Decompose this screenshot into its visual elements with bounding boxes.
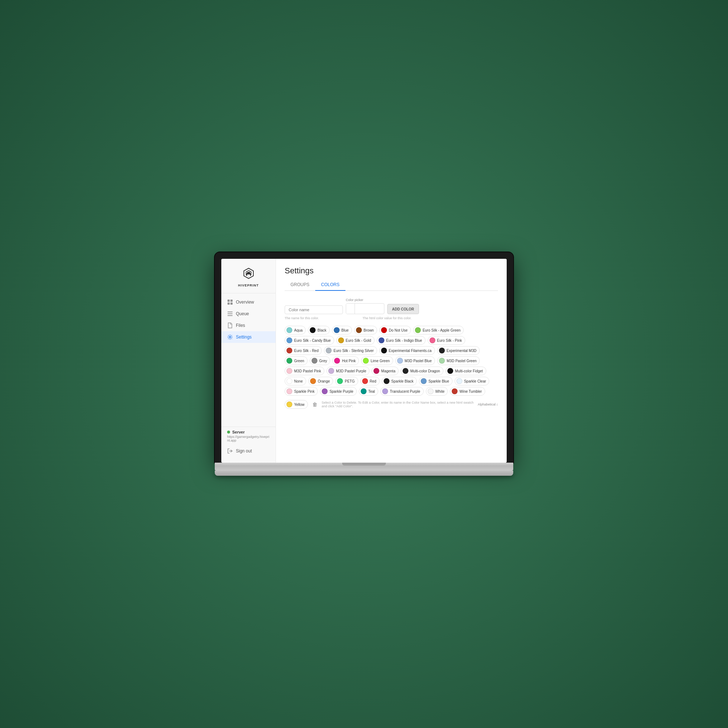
color-chip[interactable]: Green	[284, 356, 307, 365]
color-chip[interactable]: White	[426, 387, 448, 396]
color-chip[interactable]: Red	[360, 377, 380, 385]
color-dot	[402, 368, 408, 374]
add-color-button[interactable]: ADD COLOR	[387, 304, 419, 314]
sidebar-item-files[interactable]: Files	[221, 320, 275, 331]
tab-groups[interactable]: GROUPS	[284, 280, 315, 291]
color-chip[interactable]: Blue	[332, 326, 352, 335]
color-dot	[286, 358, 292, 364]
color-chip[interactable]: Experimental M3D	[437, 346, 480, 355]
sidebar-item-overview[interactable]: Overview	[221, 296, 275, 308]
color-chip[interactable]: Euro Silk - Red	[284, 346, 322, 355]
color-chip[interactable]: Teal	[359, 387, 378, 396]
color-name-hint: The name for this color.	[284, 316, 319, 320]
sidebar-item-settings-label: Settings	[236, 335, 252, 340]
screen: HIVEPRINT Overview	[221, 259, 507, 463]
delete-color-button[interactable]: 🗑	[311, 401, 319, 408]
color-chip-label: Brown	[364, 328, 374, 332]
laptop-container: HIVEPRINT Overview	[215, 252, 513, 476]
color-chip[interactable]: Aqua	[284, 326, 306, 335]
color-dot	[286, 388, 292, 394]
color-chip-label: Teal	[369, 390, 375, 393]
laptop-base	[215, 463, 513, 471]
color-chip[interactable]: Sparkle Pink	[284, 387, 318, 396]
color-chip[interactable]: Sparkle Blue	[419, 377, 453, 385]
color-chip[interactable]: Translucent Purple	[380, 387, 424, 396]
sidebar-item-settings[interactable]: Settings	[221, 331, 275, 343]
color-chip[interactable]: Wine Tumbler	[450, 387, 485, 396]
color-dot	[382, 388, 388, 394]
sidebar-item-overview-label: Overview	[236, 300, 254, 305]
color-chip[interactable]: Multi-color Dragon	[401, 367, 444, 375]
color-chip[interactable]: Euro Silk - Indigo Blue	[377, 336, 425, 345]
svg-rect-3	[247, 274, 250, 276]
color-chip-label: Grey	[319, 359, 327, 363]
color-chip[interactable]: M3D Pastel Purple	[327, 367, 369, 375]
sidebar-item-signout[interactable]: Sign out	[221, 445, 275, 457]
color-chip[interactable]: Do Not Use	[379, 326, 411, 335]
color-swatch[interactable]	[346, 304, 355, 314]
color-chip-label: M3D Pastel Blue	[405, 359, 432, 363]
signout-icon	[227, 448, 233, 454]
sort-icon[interactable]: ↕	[497, 402, 498, 406]
color-chip-label: Translucent Purple	[390, 390, 421, 393]
color-chip-label: M3D Pastel Purple	[336, 369, 366, 373]
color-chip-label: Magenta	[381, 369, 395, 373]
sidebar-item-queue[interactable]: Queue	[221, 308, 275, 320]
color-chip[interactable]: Sparkle Purple	[320, 387, 357, 396]
color-chip[interactable]: Euro Silk - Sterling Silver	[324, 346, 377, 355]
color-dot	[328, 368, 334, 374]
color-chip-label: Hot Pink	[342, 359, 356, 363]
color-dot	[456, 378, 462, 384]
tab-colors[interactable]: COLORS	[315, 280, 346, 291]
color-chip[interactable]: Black	[308, 326, 329, 335]
color-dot	[334, 327, 340, 333]
color-chip-label: Euro Silk - Gold	[346, 338, 371, 343]
svg-point-5	[251, 274, 252, 274]
color-chip-label: Red	[370, 379, 376, 383]
color-chip[interactable]: M3D Pastel Green	[437, 356, 480, 365]
color-chip[interactable]: Sparkle Black	[382, 377, 417, 385]
color-chip[interactable]: Euro Silk - Apple Green	[413, 326, 464, 335]
svg-rect-9	[230, 303, 232, 305]
color-chip-label: PETG	[345, 379, 355, 383]
color-chip[interactable]: None	[284, 377, 306, 385]
color-name-input[interactable]	[284, 305, 343, 314]
color-chip[interactable]: M3D Pastel Blue	[395, 356, 435, 365]
color-chip-label: Green	[294, 359, 304, 363]
color-chip-label: Experimental M3D	[447, 349, 476, 353]
main-content: Settings GROUPS COLORS Color picker #fff…	[276, 259, 507, 463]
color-dot	[286, 348, 292, 353]
colors-footer: Yellow 🗑 Select a Color to Delete. To Ed…	[284, 400, 498, 409]
color-chip[interactable]: Euro Silk - Gold	[336, 336, 375, 345]
color-chip[interactable]: Experimental Filaments.ca	[379, 346, 435, 355]
color-name-group	[284, 305, 343, 314]
color-chip[interactable]: Magenta	[372, 367, 399, 375]
color-dot	[363, 358, 369, 364]
yellow-color-chip[interactable]: Yellow	[284, 400, 308, 409]
color-chip[interactable]: Euro Silk - Candy Blue	[284, 336, 334, 345]
screen-bezel: HIVEPRINT Overview	[215, 252, 513, 463]
yellow-dot	[286, 401, 292, 407]
svg-rect-6	[228, 300, 230, 302]
color-dot	[381, 327, 387, 333]
color-chip[interactable]: Hot Pink	[332, 356, 359, 365]
hiveprint-logo-icon	[241, 268, 256, 282]
color-chip[interactable]: Multi-color Fidget	[445, 367, 486, 375]
color-dot	[326, 348, 332, 353]
color-chip[interactable]: PETG	[335, 377, 358, 385]
color-chip-label: M3D Pastel Pink	[294, 369, 321, 373]
color-chip[interactable]: Sparkle Clear	[455, 377, 489, 385]
color-chip[interactable]: Lime Green	[361, 356, 393, 365]
color-chip[interactable]: Grey	[310, 356, 330, 365]
color-chip[interactable]: Euro Silk - Pink	[428, 336, 465, 345]
color-dot	[362, 378, 368, 384]
svg-rect-8	[228, 303, 230, 305]
color-chip[interactable]: Brown	[354, 326, 377, 335]
color-chip-label: Multi-color Dragon	[410, 369, 440, 373]
color-chip-label: Aqua	[294, 328, 303, 332]
color-hex-input[interactable]: #ffffff	[355, 305, 384, 313]
color-chip[interactable]: M3D Pastel Pink	[284, 367, 324, 375]
page-title: Settings	[284, 266, 498, 275]
color-dot	[337, 378, 343, 384]
color-chip[interactable]: Orange	[308, 377, 333, 385]
